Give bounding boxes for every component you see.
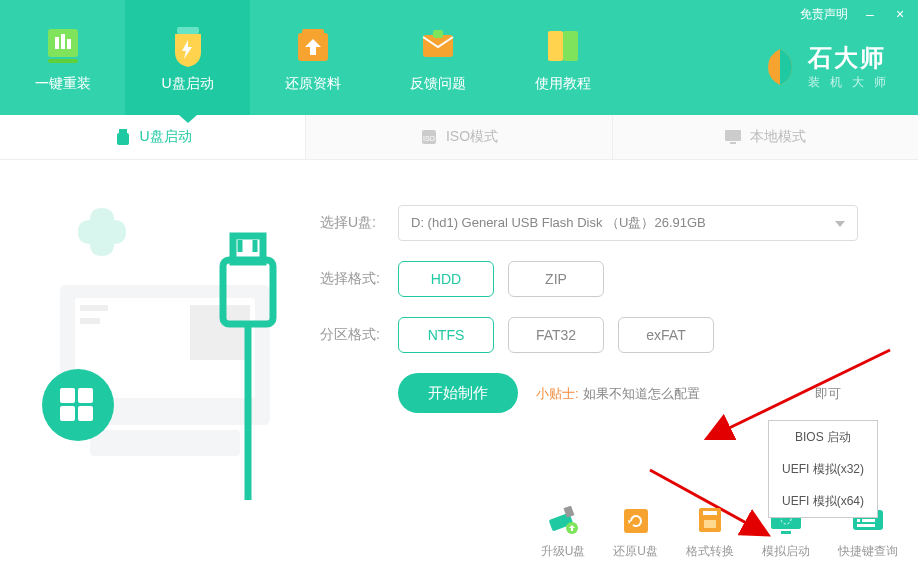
- svg-rect-53: [857, 524, 875, 527]
- svg-rect-21: [80, 318, 100, 324]
- minimize-button[interactable]: –: [862, 6, 878, 22]
- mode-tab-usb-label: U盘启动: [140, 128, 192, 146]
- boot-mode-menu: BIOS 启动 UEFI 模拟(x32) UEFI 模拟(x64): [768, 420, 878, 518]
- svg-rect-9: [433, 30, 443, 38]
- tool-simulate-label: 模拟启动: [762, 543, 810, 560]
- tool-upgrade[interactable]: 升级U盘: [541, 505, 586, 560]
- tool-hotkey-label: 快捷键查询: [838, 543, 898, 560]
- menu-uefi-x32[interactable]: UEFI 模拟(x32): [769, 453, 877, 485]
- svg-rect-16: [725, 130, 741, 141]
- iso-mini-icon: ISO: [420, 128, 438, 146]
- svg-rect-3: [67, 39, 71, 49]
- part-exfat-button[interactable]: exFAT: [618, 317, 714, 353]
- svg-rect-7: [302, 29, 324, 37]
- tool-restore-usb[interactable]: 还原U盘: [613, 505, 658, 560]
- svg-rect-33: [78, 406, 93, 421]
- format-hdd-button[interactable]: HDD: [398, 261, 494, 297]
- reinstall-icon: [40, 23, 86, 69]
- tip-text: 如果不知道怎么配置: [583, 386, 700, 401]
- mode-tab-iso-label: ISO模式: [446, 128, 498, 146]
- close-button[interactable]: ×: [892, 6, 908, 22]
- format-zip-button[interactable]: ZIP: [508, 261, 604, 297]
- restore-usb-icon: [617, 505, 655, 537]
- svg-text:ISO: ISO: [423, 135, 436, 142]
- svg-rect-2: [61, 34, 65, 49]
- part-fat32-button[interactable]: FAT32: [508, 317, 604, 353]
- svg-rect-4: [48, 59, 78, 63]
- format-icon: [691, 505, 729, 537]
- form: 选择U盘: D: (hd1) General USB Flash Disk （U…: [320, 205, 880, 413]
- svg-rect-52: [862, 519, 875, 522]
- svg-rect-32: [60, 406, 75, 421]
- tool-format-label: 格式转换: [686, 543, 734, 560]
- mode-tab-local[interactable]: 本地模式: [613, 115, 918, 159]
- tool-restore-usb-label: 还原U盘: [613, 543, 658, 560]
- tab-usb-boot[interactable]: U盘启动: [125, 0, 250, 115]
- menu-uefi-x64[interactable]: UEFI 模拟(x64): [769, 485, 877, 517]
- restore-icon: [290, 23, 336, 69]
- tool-upgrade-label: 升级U盘: [541, 543, 586, 560]
- tab-feedback[interactable]: 反馈问题: [375, 0, 500, 115]
- svg-rect-13: [117, 133, 129, 145]
- app-header: 一键重装 U盘启动 还原资料 反馈问题 使用教程 免责声: [0, 0, 918, 115]
- tab-feedback-label: 反馈问题: [410, 75, 466, 93]
- svg-point-29: [42, 369, 114, 441]
- udisk-label: 选择U盘:: [320, 214, 398, 232]
- usb-shield-icon: [165, 23, 211, 69]
- svg-rect-41: [703, 511, 717, 515]
- usb-mini-icon: [114, 128, 132, 146]
- svg-rect-31: [78, 388, 93, 403]
- tab-restore-label: 还原资料: [285, 75, 341, 93]
- svg-rect-11: [563, 31, 578, 61]
- svg-rect-12: [119, 129, 127, 133]
- udisk-value: D: (hd1) General USB Flash Disk （U盘）26.9…: [411, 214, 706, 232]
- partition-label: 分区格式:: [320, 326, 398, 344]
- brand: 石大师 装机大师: [760, 42, 896, 91]
- udisk-select[interactable]: D: (hd1) General USB Flash Disk （U盘）26.9…: [398, 205, 858, 241]
- tab-usb-boot-label: U盘启动: [161, 75, 213, 93]
- tab-restore[interactable]: 还原资料: [250, 0, 375, 115]
- format-label: 选择格式:: [320, 270, 398, 288]
- tip-label: 小贴士:: [536, 386, 579, 401]
- part-ntfs-button[interactable]: NTFS: [398, 317, 494, 353]
- svg-rect-17: [730, 142, 736, 144]
- body-area: 选择U盘: D: (hd1) General USB Flash Disk （U…: [0, 160, 918, 578]
- window-controls: 免责声明 – ×: [800, 0, 918, 28]
- header-tabs: 一键重装 U盘启动 还原资料 反馈问题 使用教程: [0, 0, 625, 115]
- svg-rect-10: [548, 31, 563, 61]
- mode-tab-usb[interactable]: U盘启动: [0, 115, 306, 159]
- brand-title: 石大师: [808, 42, 896, 74]
- start-button[interactable]: 开始制作: [398, 373, 518, 413]
- brand-logo-icon: [760, 47, 800, 87]
- svg-rect-5: [177, 27, 199, 34]
- tip-tail: 即可: [815, 386, 841, 401]
- tab-tutorial-label: 使用教程: [535, 75, 591, 93]
- illustration: [30, 190, 290, 510]
- tab-tutorial[interactable]: 使用教程: [500, 0, 625, 115]
- mode-tabs: U盘启动 ISO ISO模式 本地模式: [0, 115, 918, 160]
- tab-reinstall[interactable]: 一键重装: [0, 0, 125, 115]
- tab-reinstall-label: 一键重装: [35, 75, 91, 93]
- local-mini-icon: [724, 128, 742, 146]
- tutorial-icon: [540, 23, 586, 69]
- mode-tab-iso[interactable]: ISO ISO模式: [306, 115, 612, 159]
- brand-subtitle: 装机大师: [808, 74, 896, 91]
- svg-rect-51: [857, 519, 860, 522]
- svg-rect-45: [781, 531, 791, 534]
- tool-format[interactable]: 格式转换: [686, 505, 734, 560]
- svg-rect-42: [704, 520, 716, 528]
- mode-tab-local-label: 本地模式: [750, 128, 806, 146]
- svg-rect-30: [60, 388, 75, 403]
- svg-rect-20: [80, 305, 108, 311]
- disclaimer-link[interactable]: 免责声明: [800, 6, 848, 23]
- svg-rect-39: [624, 509, 648, 533]
- svg-rect-23: [90, 430, 240, 456]
- feedback-icon: [415, 23, 461, 69]
- upgrade-usb-icon: [544, 505, 582, 537]
- menu-bios[interactable]: BIOS 启动: [769, 421, 877, 453]
- svg-rect-1: [55, 37, 59, 49]
